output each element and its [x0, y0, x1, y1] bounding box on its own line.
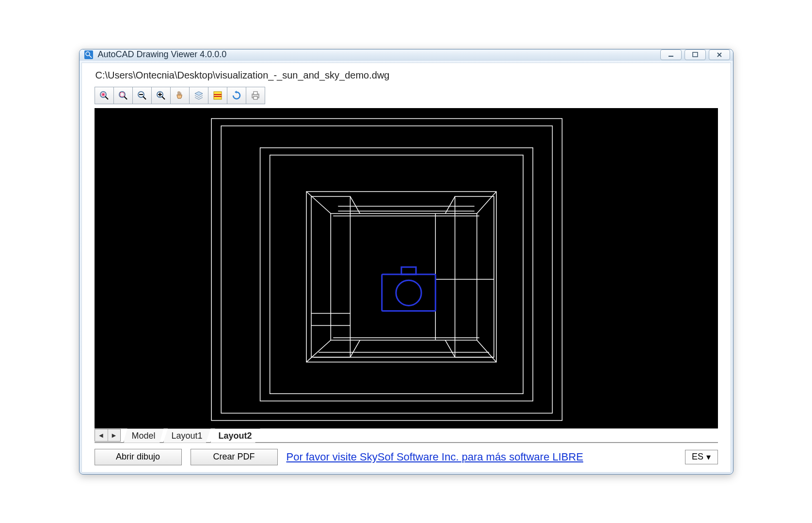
zoom-window-icon: [117, 90, 129, 101]
tab-model[interactable]: Model: [124, 428, 164, 443]
pan-icon: [174, 90, 186, 101]
zoom-in-button[interactable]: [151, 87, 171, 104]
zoom-extents-button[interactable]: [95, 87, 114, 104]
svg-rect-25: [211, 118, 562, 420]
zoom-out-icon: [136, 90, 148, 101]
svg-line-10: [124, 96, 127, 99]
language-select[interactable]: ES ▾: [685, 450, 718, 464]
svg-rect-29: [306, 191, 496, 362]
svg-rect-11: [120, 93, 124, 96]
tab-nav: ◄ ►: [95, 429, 121, 442]
minimize-button[interactable]: [660, 49, 682, 60]
layers-button[interactable]: [189, 87, 208, 104]
open-drawing-button[interactable]: Abrir dibujo: [95, 449, 182, 465]
print-button[interactable]: [246, 87, 265, 104]
window-controls: [660, 49, 730, 60]
camera-icon: [382, 267, 435, 311]
tab-layout2[interactable]: Layout2: [210, 428, 260, 443]
app-icon: [83, 49, 94, 60]
properties-icon: [212, 90, 223, 101]
svg-rect-40: [455, 196, 494, 357]
chevron-down-icon: ▾: [706, 452, 711, 462]
svg-point-54: [396, 280, 421, 305]
maximize-button[interactable]: [685, 49, 706, 60]
svg-rect-4: [693, 52, 698, 57]
tab-prev-button[interactable]: ◄: [95, 429, 108, 441]
zoom-window-button[interactable]: [113, 87, 133, 104]
zoom-in-icon: [155, 90, 167, 101]
create-pdf-button[interactable]: Crear PDF: [191, 449, 278, 465]
bottom-bar: Abrir dibujo Crear PDF Por favor visite …: [91, 443, 722, 465]
layers-icon: [193, 90, 205, 101]
app-window: AutoCAD Drawing Viewer 4.0.0.0 C:\Users\…: [79, 49, 733, 475]
refresh-button[interactable]: [227, 87, 246, 104]
refresh-icon: [231, 90, 242, 101]
zoom-out-button[interactable]: [132, 87, 152, 104]
svg-rect-24: [254, 96, 257, 99]
pan-button[interactable]: [170, 87, 190, 104]
svg-line-37: [350, 340, 360, 357]
svg-rect-19: [214, 92, 222, 99]
svg-line-34: [477, 340, 496, 362]
title-bar: AutoCAD Drawing Viewer 4.0.0.0: [80, 49, 733, 61]
window-title: AutoCAD Drawing Viewer 4.0.0.0: [98, 49, 660, 60]
svg-line-32: [477, 191, 496, 213]
drawing-canvas[interactable]: [95, 108, 718, 428]
tab-next-button[interactable]: ►: [108, 429, 120, 441]
svg-line-42: [445, 340, 455, 357]
file-path-label: C:\Users\Ontecnia\Desktop\visualization_…: [91, 69, 722, 87]
svg-rect-3: [669, 56, 673, 57]
cad-wireframe: [95, 108, 718, 428]
svg-line-16: [162, 96, 165, 99]
close-button[interactable]: [709, 49, 730, 60]
svg-rect-23: [254, 92, 257, 95]
print-icon: [250, 90, 261, 101]
svg-line-33: [306, 340, 331, 362]
tab-layout1[interactable]: Layout1: [163, 428, 211, 443]
promo-link[interactable]: Por favor visite SkySof Software Inc. pa…: [287, 451, 676, 463]
client-area: C:\Users\Ontecnia\Desktop\visualization_…: [81, 63, 731, 473]
svg-rect-53: [401, 267, 415, 274]
svg-line-13: [143, 96, 146, 99]
toolbar: [91, 87, 722, 108]
properties-button[interactable]: [208, 87, 227, 104]
svg-line-8: [105, 96, 108, 99]
language-value: ES: [692, 452, 703, 462]
layout-tabstrip: ◄ ► Model Layout1 Layout2: [95, 428, 718, 443]
zoom-extents-icon: [98, 90, 110, 101]
svg-rect-26: [221, 126, 552, 413]
svg-line-31: [306, 191, 331, 213]
